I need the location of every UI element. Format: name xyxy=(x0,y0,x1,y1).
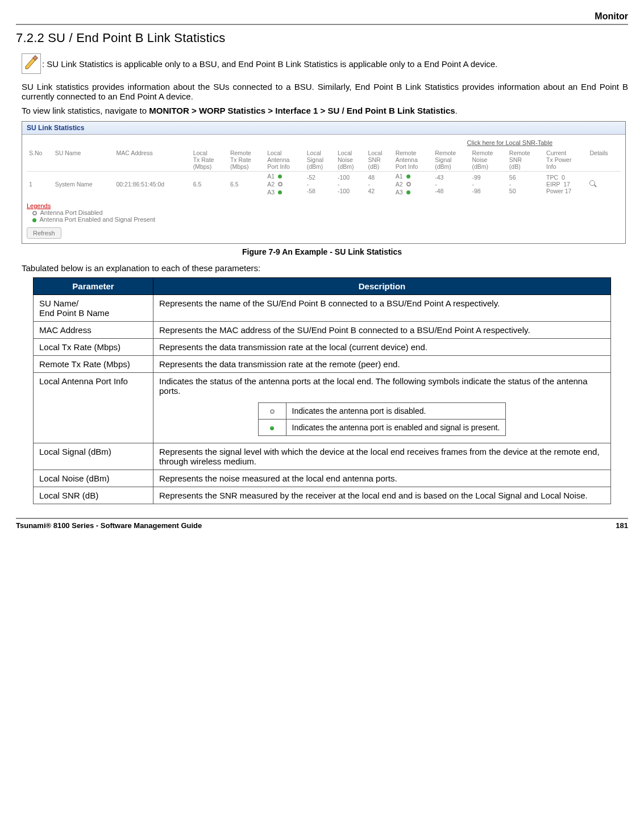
param-desc: Represents the data transmission rate at… xyxy=(153,339,611,356)
footer-page-number: 181 xyxy=(616,521,628,530)
param-desc: Represents the data transmission rate at… xyxy=(153,356,611,373)
port-label: A3 xyxy=(396,188,403,196)
col-local-tx: LocalTx Rate(Mbps) xyxy=(191,148,228,172)
val: 50 xyxy=(509,188,542,194)
cell-local-noise: -100 - -100 xyxy=(335,172,365,197)
val: -58 xyxy=(307,188,333,194)
nav-suffix: . xyxy=(455,106,458,115)
cell-remote-tx: 6.5 xyxy=(228,172,265,197)
cell-mac: 00:21:86:51:45:0d xyxy=(114,172,191,197)
val: -100 xyxy=(338,174,363,181)
port-label: A2 xyxy=(396,180,403,188)
tx-val: 17 xyxy=(563,181,570,188)
table-row: Local Tx Rate (Mbps) Represents the data… xyxy=(34,339,611,356)
cell-local-tx: 6.5 xyxy=(191,172,228,197)
cell-local-ports: A1 A2 A3 xyxy=(265,172,305,197)
magnify-icon[interactable] xyxy=(589,180,596,187)
table-row: MAC Address Represents the MAC address o… xyxy=(34,322,611,339)
val: -99 xyxy=(472,174,505,181)
col-local-snr: LocalSNR(dB) xyxy=(365,148,393,172)
table-row: Local Signal (dBm) Represents the signal… xyxy=(34,443,611,470)
legends-header: Legends xyxy=(27,202,621,209)
legend-text: Antenna Port Disabled xyxy=(40,209,103,216)
col-details: Details xyxy=(587,148,621,172)
th-description: Description xyxy=(153,278,611,295)
val: - xyxy=(338,181,363,188)
explain-text: Tabulated below is an explanation to eac… xyxy=(22,263,628,273)
mini-icon xyxy=(258,420,286,436)
dot-green-icon xyxy=(32,218,36,222)
cell-remote-signal: -43 - -48 xyxy=(433,172,470,197)
th-parameter: Parameter xyxy=(34,278,153,295)
refresh-button[interactable]: Refresh xyxy=(27,227,61,239)
val: -43 xyxy=(435,174,467,181)
val: - xyxy=(509,181,542,188)
desc-intro: Indicates the status of the antenna port… xyxy=(159,376,605,396)
col-local-port: LocalAntennaPort Info xyxy=(265,148,305,172)
table-row: Local Antenna Port Info Indicates the st… xyxy=(34,373,611,443)
val: -48 xyxy=(435,188,467,194)
local-snr-table-link[interactable]: Click here for Local SNR-Table xyxy=(27,139,552,146)
cell-remote-noise: -99 - -98 xyxy=(470,172,507,197)
param-name: Local Tx Rate (Mbps) xyxy=(34,339,153,356)
val: 48 xyxy=(368,174,390,181)
footer-left: Tsunami® 8100 Series - Software Manageme… xyxy=(16,521,202,530)
table-row: Local SNR (dB) Represents the SNR measur… xyxy=(34,487,611,504)
pencil-icon xyxy=(22,53,41,74)
col-tx-power: CurrentTx PowerInfo xyxy=(544,148,587,172)
param-name: Remote Tx Rate (Mbps) xyxy=(34,356,153,373)
dot-grey-icon xyxy=(406,182,411,186)
cell-su-name: System Name xyxy=(53,172,114,197)
col-sno: S.No xyxy=(27,148,53,172)
dot-green-icon xyxy=(406,190,410,194)
antenna-status-subtable: Indicates the antenna port is disabled. … xyxy=(258,402,506,436)
col-remote-tx: RemoteTx Rate(Mbps) xyxy=(228,148,265,172)
legend-enabled: Antenna Port Enabled and Signal Present xyxy=(32,216,621,223)
cell-local-signal: -52 - -58 xyxy=(305,172,335,197)
nav-path: MONITOR > WORP Statistics > Interface 1 … xyxy=(149,106,455,115)
param-desc: Represents the noise measured at the loc… xyxy=(153,470,611,487)
cell-txpower: TPC 0 EIRP 17 Power 17 xyxy=(544,172,587,197)
val: 42 xyxy=(368,188,390,194)
cell-remote-snr: 56 - 50 xyxy=(507,172,544,197)
legend-text: Antenna Port Enabled and Signal Present xyxy=(40,216,156,223)
cell-details[interactable] xyxy=(587,172,621,197)
note-row: : SU Link Statistics is applicable only … xyxy=(22,53,628,74)
stats-table: S.No SU Name MAC Address LocalTx Rate(Mb… xyxy=(27,148,621,197)
panel-title: SU Link Statistics xyxy=(22,122,625,135)
port-label: A1 xyxy=(396,172,403,180)
param-name: Local Antenna Port Info xyxy=(34,373,153,443)
dot-grey-icon xyxy=(270,409,275,414)
col-remote-port: RemoteAntennaPort Info xyxy=(393,148,433,172)
tx-val: 0 xyxy=(562,174,565,181)
val: - xyxy=(472,181,505,188)
port-label: A2 xyxy=(267,180,275,188)
note-text: : SU Link Statistics is applicable only … xyxy=(42,59,497,69)
figure-caption: Figure 7-9 An Example - SU Link Statisti… xyxy=(16,247,628,256)
param-name: Local SNR (dB) xyxy=(34,487,153,504)
param-name: Local Signal (dBm) xyxy=(34,443,153,470)
footer-rule xyxy=(16,518,628,519)
page-header-section: Monitor xyxy=(16,11,628,22)
tx-key: EIRP xyxy=(546,181,560,188)
col-mac: MAC Address xyxy=(114,148,191,172)
port-label: A1 xyxy=(267,172,275,180)
dot-green-icon xyxy=(270,426,274,430)
param-desc: Represents the signal level with which t… xyxy=(153,443,611,470)
dot-green-icon xyxy=(278,190,282,194)
table-row: SU Name/ End Point B Name Represents the… xyxy=(34,295,611,322)
col-su-name: SU Name xyxy=(53,148,114,172)
val: -98 xyxy=(472,188,505,194)
tx-key: TPC xyxy=(546,174,558,181)
dot-green-icon xyxy=(406,175,410,178)
dot-grey-icon xyxy=(32,211,37,215)
section-heading: 7.2.2 SU / End Point B Link Statistics xyxy=(16,31,628,45)
mini-text: Indicates the antenna port is disabled. xyxy=(286,403,506,420)
val: - xyxy=(368,181,390,188)
val: - xyxy=(307,181,333,188)
header-rule xyxy=(16,24,628,25)
param-desc: Represents the SNR measured by the recei… xyxy=(153,487,611,504)
dot-green-icon xyxy=(278,175,282,178)
param-desc: Indicates the status of the antenna port… xyxy=(153,373,611,443)
port-label: A3 xyxy=(267,188,275,196)
